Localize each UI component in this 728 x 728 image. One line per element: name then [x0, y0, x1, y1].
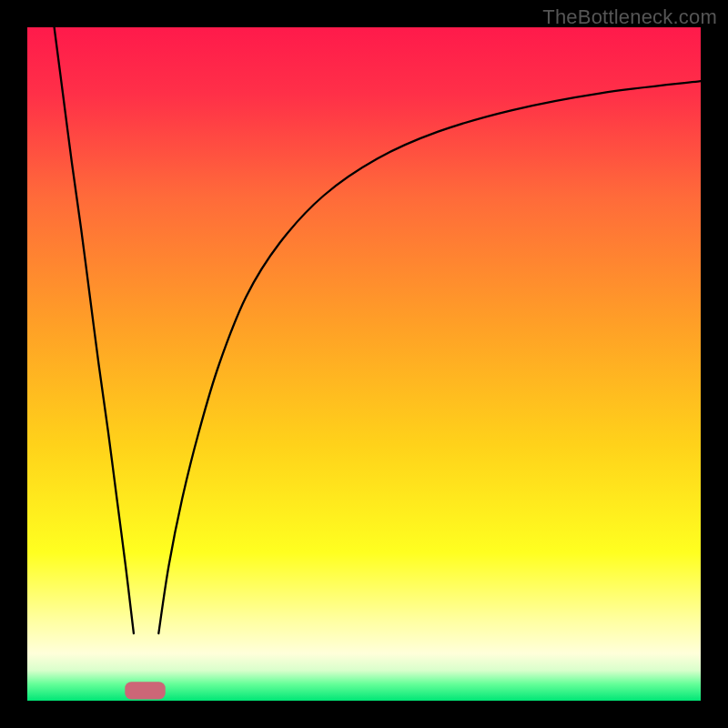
chart-plot-area: [27, 27, 701, 701]
bottleneck-chart: TheBottleneck.com: [0, 0, 728, 728]
optimum-marker: [125, 682, 165, 699]
watermark-text: TheBottleneck.com: [542, 5, 717, 29]
chart-svg: [0, 0, 728, 728]
